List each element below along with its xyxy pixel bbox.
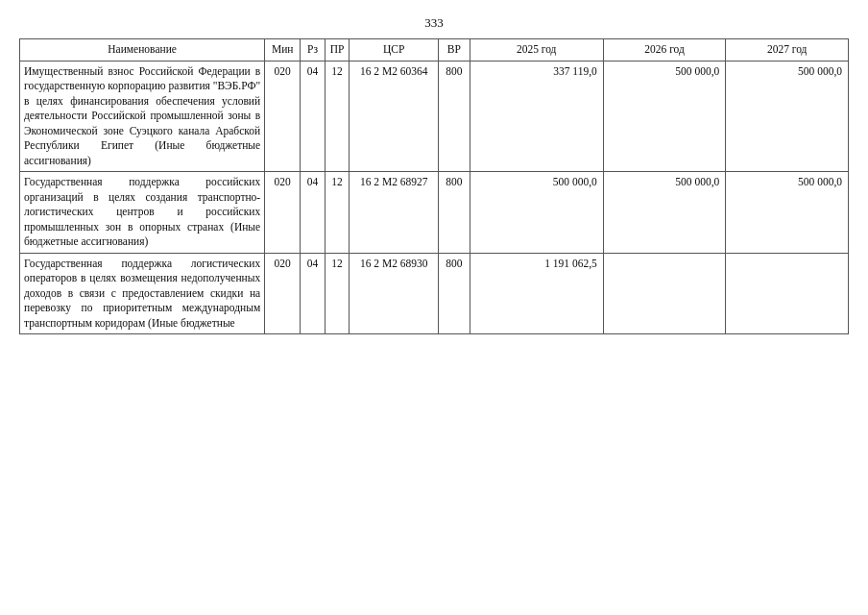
row-0-rz: 04 [301,61,326,172]
page: 333 Наименование Мин Рз ПР ЦСР ВР 2025 г… [0,0,868,615]
row-1-min: 020 [265,172,301,254]
row-1-pr: 12 [325,172,350,254]
row-0-pr: 12 [325,61,350,172]
header-2026: 2026 год [603,39,726,62]
row-2-y2026 [603,253,726,334]
row-1-rz: 04 [301,172,326,254]
row-1-y2026: 500 000,0 [603,172,726,254]
row-0-csr: 16 2 М2 60364 [350,61,439,172]
table-row: Государственная поддержка российских орг… [20,172,849,254]
row-2-pr: 12 [325,253,350,334]
row-0-y2025: 337 119,0 [470,61,603,172]
row-2-y2025: 1 191 062,5 [470,253,603,334]
row-2-y2027 [726,253,849,334]
table-row: Имущественный взнос Российской Федерации… [20,61,849,172]
row-1-csr: 16 2 М2 68927 [350,172,439,254]
row-2-name: Государственная поддержка логистических … [20,253,265,334]
row-2-csr: 16 2 М2 68930 [350,253,439,334]
header-min: Мин [265,39,301,62]
header-2027: 2027 год [726,39,849,62]
header-csr: ЦСР [350,39,439,62]
row-0-name: Имущественный взнос Российской Федерации… [20,61,265,172]
row-0-y2026: 500 000,0 [603,61,726,172]
row-2-min: 020 [265,253,301,334]
row-0-vr: 800 [439,61,470,172]
budget-table: Наименование Мин Рз ПР ЦСР ВР 2025 год 2… [19,38,849,334]
row-0-min: 020 [265,61,301,172]
row-1-name: Государственная поддержка российских орг… [20,172,265,254]
row-1-y2025: 500 000,0 [470,172,603,254]
header-2025: 2025 год [470,39,603,62]
row-2-rz: 04 [301,253,326,334]
header-name: Наименование [20,39,265,62]
header-vr: ВР [439,39,470,62]
row-1-vr: 800 [439,172,470,254]
row-1-y2027: 500 000,0 [726,172,849,254]
page-number: 333 [19,15,849,31]
header-rz: Рз [301,39,326,62]
table-row: Государственная поддержка логистических … [20,253,849,334]
row-0-y2027: 500 000,0 [726,61,849,172]
row-2-vr: 800 [439,253,470,334]
header-pr: ПР [325,39,350,62]
